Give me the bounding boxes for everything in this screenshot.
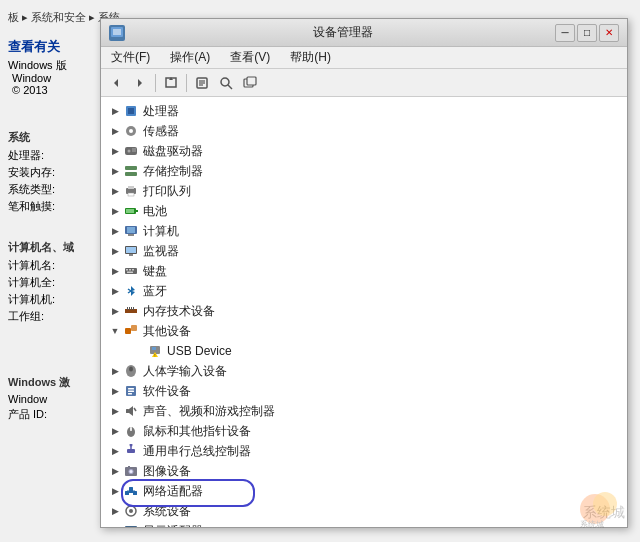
svg-rect-46 bbox=[129, 307, 130, 310]
forward-button[interactable] bbox=[129, 72, 151, 94]
sensor-icon bbox=[123, 123, 139, 139]
usb-device-label: USB Device bbox=[167, 344, 232, 358]
svg-line-11 bbox=[228, 85, 232, 89]
processor-icon bbox=[123, 103, 139, 119]
svg-rect-31 bbox=[127, 227, 135, 233]
display-icon bbox=[123, 523, 139, 527]
svg-rect-39 bbox=[132, 269, 134, 271]
menu-file[interactable]: 文件(F) bbox=[105, 47, 156, 68]
svg-rect-29 bbox=[126, 209, 134, 213]
svg-rect-60 bbox=[128, 393, 132, 395]
properties-button[interactable] bbox=[191, 72, 213, 94]
tree-item-monitor[interactable]: ▶ 监视器 bbox=[101, 241, 627, 261]
scan-button[interactable] bbox=[215, 72, 237, 94]
tree-item-mouse[interactable]: ▶ 鼠标和其他指针设备 bbox=[101, 421, 627, 441]
expand-icon: ▶ bbox=[107, 303, 123, 319]
close-button[interactable]: ✕ bbox=[599, 24, 619, 42]
back-button[interactable] bbox=[105, 72, 127, 94]
tree-item-software[interactable]: ▶ 软件设备 bbox=[101, 381, 627, 401]
svg-rect-58 bbox=[128, 388, 134, 390]
tree-item-storage[interactable]: ▶ 存储控制器 bbox=[101, 161, 627, 181]
menu-view[interactable]: 查看(V) bbox=[224, 47, 276, 68]
toolbar-separator-1 bbox=[155, 74, 156, 92]
usb-controller-icon bbox=[123, 443, 139, 459]
window-icon bbox=[109, 25, 125, 41]
expand-icon: ▶ bbox=[107, 243, 123, 259]
tree-item-imaging[interactable]: ▶ 图像设备 bbox=[101, 461, 627, 481]
expand-icon: ▶ bbox=[107, 363, 123, 379]
toolbar bbox=[101, 69, 627, 97]
logo-watermark: 系统城 bbox=[575, 489, 635, 532]
svg-rect-34 bbox=[126, 247, 136, 253]
computer-section: 计算机名、域 计算机名: 计算机全: 计算机机: 工作组: bbox=[8, 240, 74, 324]
disk-icon bbox=[123, 143, 139, 159]
svg-rect-1 bbox=[113, 29, 121, 35]
toolbar-separator-2 bbox=[186, 74, 187, 92]
expand-icon: ▶ bbox=[107, 163, 123, 179]
svg-rect-61 bbox=[126, 409, 129, 413]
device-manager-window: 设备管理器 ─ □ ✕ 文件(F) 操作(A) 查看(V) 帮助(H) bbox=[100, 18, 628, 528]
tree-item-sensor[interactable]: ▶ 传感器 bbox=[101, 121, 627, 141]
tree-item-usb-device[interactable]: ! USB Device bbox=[101, 341, 627, 361]
expand-icon: ▶ bbox=[107, 503, 123, 519]
hid-icon bbox=[123, 363, 139, 379]
window-controls: ─ □ ✕ bbox=[555, 24, 619, 42]
svg-point-17 bbox=[129, 129, 133, 133]
expand-icon: ▶ bbox=[107, 523, 123, 527]
svg-rect-13 bbox=[247, 77, 256, 85]
expand-icon: ▶ bbox=[107, 443, 123, 459]
window-title: 设备管理器 bbox=[131, 24, 555, 41]
svg-rect-38 bbox=[129, 269, 131, 271]
tree-item-sound[interactable]: ▶ 声音、视频和游戏控制器 bbox=[101, 401, 627, 421]
svg-rect-32 bbox=[128, 234, 134, 236]
expand-down-icon: ▼ bbox=[107, 323, 123, 339]
tree-item-keyboard[interactable]: ▶ 键盘 bbox=[101, 261, 627, 281]
menu-help[interactable]: 帮助(H) bbox=[284, 47, 337, 68]
svg-rect-15 bbox=[128, 108, 134, 114]
svg-point-56 bbox=[129, 367, 133, 372]
computer-icon bbox=[123, 223, 139, 239]
windows-sub2: © 2013 bbox=[12, 84, 48, 96]
tree-item-bluetooth[interactable]: ▶ 蓝牙 bbox=[101, 281, 627, 301]
up-button[interactable] bbox=[160, 72, 182, 94]
tree-item-usb-controller[interactable]: ▶ 通用串行总线控制器 bbox=[101, 441, 627, 461]
expand-icon: ▶ bbox=[107, 103, 123, 119]
tree-item-disk[interactable]: ▶ 磁盘驱动器 bbox=[101, 141, 627, 161]
printer-icon bbox=[123, 183, 139, 199]
menu-action[interactable]: 操作(A) bbox=[164, 47, 216, 68]
tree-item-battery[interactable]: ▶ 电池 bbox=[101, 201, 627, 221]
svg-rect-59 bbox=[128, 391, 134, 393]
tree-item-computer[interactable]: ▶ 计算机 bbox=[101, 221, 627, 241]
minimize-button[interactable]: ─ bbox=[555, 24, 575, 42]
svg-rect-49 bbox=[125, 328, 131, 334]
expand-icon: ▶ bbox=[107, 223, 123, 239]
windows-activation: Windows 激 Window 产品 ID: bbox=[8, 375, 70, 422]
svg-rect-36 bbox=[125, 268, 137, 274]
nav-label: 查看有关 bbox=[8, 38, 60, 56]
svg-point-19 bbox=[128, 150, 131, 153]
tree-item-system[interactable]: ▶ 系统设备 bbox=[101, 501, 627, 521]
tree-item-network[interactable]: ▶ 网络适配器 bbox=[101, 481, 627, 501]
memory-icon bbox=[123, 303, 139, 319]
new-window-button[interactable] bbox=[239, 72, 261, 94]
svg-rect-45 bbox=[127, 307, 128, 310]
expand-icon: ▶ bbox=[107, 203, 123, 219]
tree-item-other-devices[interactable]: ▼ 其他设备 bbox=[101, 321, 627, 341]
tree-item-hid[interactable]: ▶ 人体学输入设备 bbox=[101, 361, 627, 381]
svg-point-82 bbox=[129, 509, 133, 513]
tree-item-printer[interactable]: ▶ 打印队列 bbox=[101, 181, 627, 201]
maximize-button[interactable]: □ bbox=[577, 24, 597, 42]
expand-icon: ▶ bbox=[107, 463, 123, 479]
system-icon bbox=[123, 503, 139, 519]
svg-rect-22 bbox=[125, 166, 137, 170]
svg-rect-67 bbox=[127, 449, 135, 453]
network-icon bbox=[123, 483, 139, 499]
tree-item-memory[interactable]: ▶ 内存技术设备 bbox=[101, 301, 627, 321]
tree-item-processor[interactable]: ▶ 处理器 bbox=[101, 101, 627, 121]
tree-item-display[interactable]: ▶ 显示适配器 bbox=[101, 521, 627, 527]
svg-text:!: ! bbox=[154, 353, 155, 358]
system-section: 系统 处理器: 安装内存: 系统类型: 笔和触摸: bbox=[8, 130, 55, 214]
expand-icon: ▶ bbox=[107, 123, 123, 139]
svg-marker-2 bbox=[114, 79, 118, 87]
svg-marker-41 bbox=[131, 286, 135, 296]
